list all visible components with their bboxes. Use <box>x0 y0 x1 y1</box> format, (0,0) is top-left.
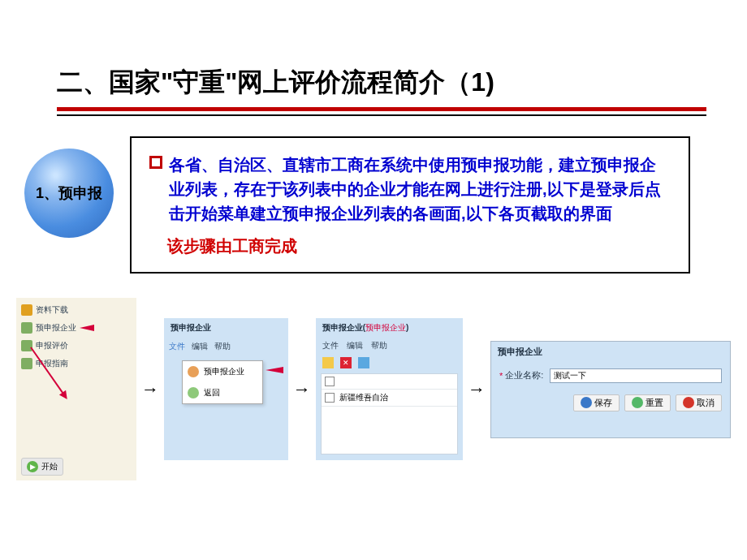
list-header-row <box>322 374 457 390</box>
form-label: 企业名称: <box>505 369 543 381</box>
data-list: 新疆维吾自治 <box>321 373 458 454</box>
start-label: 开始 <box>41 461 58 472</box>
reset-button[interactable]: 重置 <box>624 394 671 411</box>
sidebar-menu: 资料下载 预申报企业 申报评价 申报指南 <box>16 298 136 379</box>
arrow-icon <box>266 367 283 373</box>
checkbox[interactable] <box>325 393 335 403</box>
required-icon: * <box>499 371 503 381</box>
note-text: 该步骤由工商完成 <box>167 235 671 257</box>
window-title: 预申报企业(预申报企业) <box>316 318 463 338</box>
flow-arrow-icon: → <box>293 379 311 400</box>
content-box: 各省、自治区、直辖市工商在系统中使用预申报功能，建立预申报企业列表，存在于该列表… <box>130 136 690 274</box>
save-label: 保存 <box>594 397 612 409</box>
window-title: 预申报企业 <box>164 318 288 338</box>
folder-icon <box>21 304 32 316</box>
menu-file[interactable]: 文件 <box>169 341 185 352</box>
cancel-button[interactable]: 取消 <box>676 394 722 411</box>
checkbox[interactable] <box>325 377 335 386</box>
bullet-row: 各省、自治区、直辖市工商在系统中使用预申报功能，建立预申报企业列表，存在于该列表… <box>149 153 671 226</box>
slide: 二、国家"守重"网上评价流程简介（1) 1、预申报 各省、自治区、直辖市工商在系… <box>0 0 747 560</box>
content-row: 1、预申报 各省、自治区、直辖市工商在系统中使用预申报功能，建立预申报企业列表，… <box>24 136 731 274</box>
sidebar-item-label: 申报评价 <box>36 340 68 351</box>
flow-arrow-icon: → <box>141 379 159 400</box>
title-part: 预申报企业( <box>322 323 365 332</box>
list-cell: 新疆维吾自治 <box>339 392 388 403</box>
menu-edit[interactable]: 编辑 <box>192 341 208 352</box>
step-sphere: 1、预申报 <box>24 149 114 238</box>
sidebar-item[interactable]: 申报评价 <box>19 338 133 353</box>
form-row: * 企业名称: <box>491 362 730 390</box>
dropdown-item-label: 预申报企业 <box>204 366 244 377</box>
sidebar-item[interactable]: 预申报企业 <box>19 321 133 335</box>
menu-help[interactable]: 帮助 <box>371 340 387 351</box>
screenshot-sidebar: 资料下载 预申报企业 申报评价 申报指南 ▶ 开始 <box>16 298 136 480</box>
start-button[interactable]: ▶ 开始 <box>21 458 63 476</box>
cancel-icon <box>683 397 694 408</box>
add-icon[interactable] <box>322 357 334 368</box>
dropdown-menu: 预申报企业 返回 <box>182 360 263 404</box>
dropdown-item[interactable]: 返回 <box>183 382 262 403</box>
folder-icon <box>21 322 32 334</box>
arrow-icon <box>80 325 94 331</box>
title-part: ) <box>406 323 408 332</box>
screenshot-dropdown-window: 预申报企业 文件 编辑 帮助 预申报企业 返回 <box>164 318 288 460</box>
dialog-title: 预申报企业 <box>491 342 730 362</box>
menu-edit[interactable]: 编辑 <box>347 340 363 351</box>
dropdown-item[interactable]: 预申报企业 <box>183 361 262 382</box>
refresh-icon[interactable] <box>358 357 369 368</box>
icon-toolbar: ✕ <box>316 354 463 372</box>
reset-icon <box>632 397 643 408</box>
title-underline-black <box>57 114 706 116</box>
step-label: 1、预申报 <box>36 183 102 203</box>
button-row: 保存 重置 取消 <box>491 390 730 416</box>
dropdown-item-label: 返回 <box>204 387 220 398</box>
title-highlight: 预申报企业 <box>365 323 406 332</box>
cancel-label: 取消 <box>697 397 715 409</box>
title-underline-red <box>57 107 706 111</box>
title-area: 二、国家"守重"网上评价流程简介（1) <box>57 65 706 116</box>
save-button[interactable]: 保存 <box>573 394 620 411</box>
list-row[interactable]: 新疆维吾自治 <box>322 390 457 407</box>
sidebar-item-label: 预申报企业 <box>36 322 76 334</box>
screenshots-row: 资料下载 预申报企业 申报评价 申报指南 ▶ 开始 <box>16 298 731 480</box>
start-icon: ▶ <box>27 461 38 472</box>
flow-arrow-icon: → <box>468 379 486 400</box>
menu-file[interactable]: 文件 <box>322 340 339 351</box>
screenshot-form-dialog: 预申报企业 * 企业名称: 保存 重置 取消 <box>490 341 731 438</box>
sidebar-item[interactable]: 资料下载 <box>19 303 133 317</box>
menu-help[interactable]: 帮助 <box>214 341 231 352</box>
slide-title: 二、国家"守重"网上评价流程简介（1) <box>57 65 706 101</box>
back-icon <box>188 387 199 398</box>
screenshot-list-window: 预申报企业(预申报企业) 文件 编辑 帮助 ✕ 新疆维吾自治 <box>316 318 463 460</box>
save-icon <box>581 397 592 408</box>
reset-label: 重置 <box>646 397 663 409</box>
sidebar-item[interactable]: 申报指南 <box>19 356 133 371</box>
folder-icon <box>21 358 32 369</box>
toolbar: 文件 编辑 帮助 <box>164 338 288 355</box>
bullet-icon <box>149 156 162 169</box>
sidebar-item-label: 资料下载 <box>36 304 68 316</box>
delete-icon[interactable]: ✕ <box>340 357 352 368</box>
content-text: 各省、自治区、直辖市工商在系统中使用预申报功能，建立预申报企业列表，存在于该列表… <box>169 153 671 226</box>
company-name-input[interactable] <box>550 368 722 383</box>
toolbar: 文件 编辑 帮助 <box>316 338 463 354</box>
document-icon <box>188 366 199 377</box>
